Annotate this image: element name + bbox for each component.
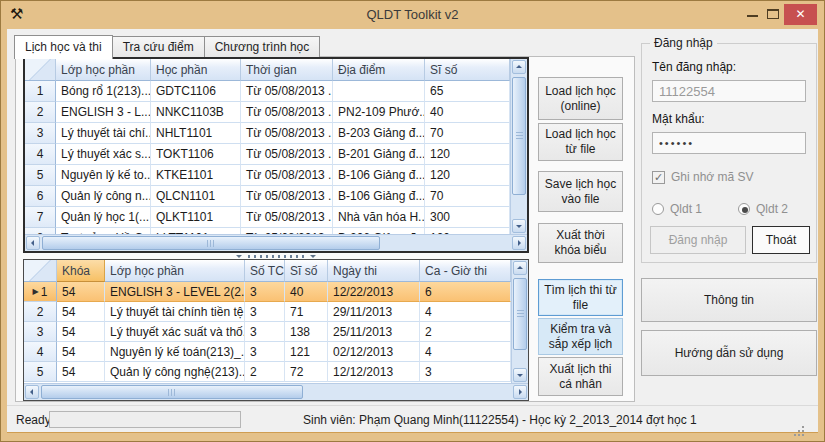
table-cell[interactable]: 65 (425, 81, 510, 102)
table-cell[interactable]: Bóng rổ 1(213)... (56, 81, 151, 102)
table-cell[interactable] (333, 81, 425, 102)
scroll-up-icon[interactable] (513, 261, 527, 275)
table-cell[interactable]: 4 (420, 342, 511, 362)
row-header[interactable]: 2 (24, 302, 57, 322)
table-cell[interactable]: 71 (285, 302, 328, 322)
table-row[interactable]: 254Lý thuyết tài chính tiền tệ...37129/1… (24, 302, 511, 322)
scrollbar-thumb[interactable] (42, 236, 380, 250)
table-cell[interactable]: PN2-109 Phướ... (333, 102, 425, 123)
row-header[interactable]: 6 (25, 186, 56, 207)
radio-qldt2[interactable]: Qldt 2 (738, 202, 788, 216)
help-button[interactable]: Hướng dẫn sử dụng (641, 330, 817, 376)
table-row[interactable]: 5Nguyên lý kế to...KTKE1101Từ 05/08/2013… (25, 165, 510, 186)
table-row[interactable]: 354Lý thuyết xác suất và thố...313825/11… (24, 322, 511, 342)
table-cell[interactable]: 120 (425, 165, 510, 186)
table-cell[interactable]: 121 (285, 342, 328, 362)
table-cell[interactable]: 70 (425, 123, 510, 144)
table-cell[interactable]: B-203 Giảng đ... (333, 123, 425, 144)
table-cell[interactable]: Nguyên lý kế to... (56, 165, 151, 186)
column-header[interactable]: Ngày thi (328, 260, 420, 282)
radio-qldt1[interactable]: Qldt 1 (652, 202, 702, 216)
table-cell[interactable]: 29/11/2013 (328, 302, 420, 322)
vertical-scrollbar[interactable] (511, 260, 528, 383)
table-row[interactable]: 2ENGLISH 3 - L...NNKC1103BTừ 05/08/2013 … (25, 102, 510, 123)
table-cell[interactable]: NNKC1103B (151, 102, 241, 123)
table-row[interactable]: 554Quản lý công nghệ(213)...27212/12/201… (24, 362, 511, 382)
scroll-right-icon[interactable] (512, 236, 526, 250)
scroll-down-icon[interactable] (513, 368, 527, 382)
tab-curriculum[interactable]: Chương trình học (204, 36, 321, 57)
table-cell[interactable]: ENGLISH 3 - LEVEL 2(2... (105, 282, 245, 302)
table-cell[interactable]: Lý thuyết tài chính tiền tệ... (105, 302, 245, 322)
table-cell[interactable]: 120 (425, 144, 510, 165)
table-cell[interactable]: 54 (57, 362, 105, 382)
row-header[interactable]: 3 (25, 123, 56, 144)
table-cell[interactable]: QLKT1101 (151, 207, 241, 228)
table-cell[interactable]: 138 (285, 322, 328, 342)
export-personal-exam-button[interactable]: Xuất lịch thi cá nhân (538, 357, 623, 396)
tab-schedule-exam[interactable]: Lịch học và thi (14, 35, 113, 59)
table-cell[interactable]: 3 (420, 362, 511, 382)
column-header[interactable]: Số TC (245, 260, 285, 282)
table-cell[interactable]: 6 (420, 282, 511, 302)
table-row[interactable]: 454Nguyên lý kế toán(213)_...312102/12/2… (24, 342, 511, 362)
table-cell[interactable]: Lý thuyết tài chí... (56, 123, 151, 144)
table-cell[interactable]: Từ 05/08/2013 ... (241, 186, 333, 207)
vertical-scrollbar[interactable] (510, 59, 527, 234)
table-cell[interactable]: 3 (245, 302, 285, 322)
info-button[interactable]: Thông tin (641, 278, 817, 322)
column-header[interactable]: Ca - Giờ thi (420, 260, 511, 282)
table-row[interactable]: 4Lý thuyết xác s...TOKT1106Từ 05/08/2013… (25, 144, 510, 165)
table-cell[interactable]: Từ 05/08/2013 ... (241, 144, 333, 165)
close-button[interactable]: ✕ (784, 4, 817, 25)
scroll-right-icon[interactable] (513, 385, 527, 399)
row-header[interactable]: 4 (25, 144, 56, 165)
remember-student-id-checkbox[interactable]: ✓ Ghi nhớ mã SV (652, 170, 754, 184)
resize-grip[interactable] (802, 426, 804, 428)
table-cell[interactable]: 25/11/2013 (328, 322, 420, 342)
table-cell[interactable]: Từ 05/08/2013 ... (241, 81, 333, 102)
table-cell[interactable]: 4 (420, 302, 511, 322)
column-header[interactable]: Địa điểm (333, 59, 425, 81)
table-row[interactable]: ▶154ENGLISH 3 - LEVEL 2(2...34012/22/201… (24, 282, 511, 302)
column-header[interactable]: Sĩ số (425, 59, 510, 81)
maximize-button[interactable] (767, 9, 779, 19)
exit-button[interactable]: Thoát (752, 226, 810, 254)
table-cell[interactable]: Lý thuyết xác suất và thố... (105, 322, 245, 342)
table-cell[interactable]: Nhà văn hóa H... (333, 207, 425, 228)
table-cell[interactable]: Từ 05/08/2013 ... (241, 165, 333, 186)
horizontal-scrollbar[interactable] (25, 234, 527, 251)
table-cell[interactable]: GDTC1106 (151, 81, 241, 102)
table-cell[interactable]: Quản lý công nghệ(213)... (105, 362, 245, 382)
table-cell[interactable]: 3 (245, 322, 285, 342)
scroll-down-icon[interactable] (512, 219, 526, 233)
username-field[interactable] (652, 80, 806, 102)
table-cell[interactable]: Quản lý công n... (56, 186, 151, 207)
row-header[interactable]: 5 (25, 165, 56, 186)
horizontal-scrollbar[interactable] (24, 383, 528, 400)
table-cell[interactable]: Lý thuyết xác s... (56, 144, 151, 165)
table-cell[interactable]: 54 (57, 322, 105, 342)
scrollbar-thumb[interactable] (513, 278, 527, 350)
table-cell[interactable]: 2 (245, 362, 285, 382)
table-cell[interactable]: Quản lý học 1(... (56, 207, 151, 228)
login-button[interactable]: Đăng nhập (650, 226, 746, 254)
table-cell[interactable]: NHLT1101 (151, 123, 241, 144)
table-row[interactable]: 6Quản lý công n...QLCN1101Từ 05/08/2013 … (25, 186, 510, 207)
load-schedule-online-button[interactable]: Load lịch học (online) (538, 77, 623, 120)
password-field[interactable] (652, 132, 806, 154)
column-header[interactable]: Khóa (57, 260, 105, 282)
find-exam-file-button[interactable]: Tìm lịch thi từ file (538, 279, 623, 316)
table-cell[interactable]: 54 (57, 342, 105, 362)
minimize-button[interactable] (747, 15, 758, 17)
table-cell[interactable]: 70 (425, 186, 510, 207)
save-schedule-file-button[interactable]: Save lịch học vào file (538, 171, 623, 212)
row-header[interactable]: 5 (24, 362, 57, 382)
scrollbar-thumb[interactable] (512, 77, 526, 195)
table-cell[interactable]: 12/22/2013 (328, 282, 420, 302)
column-header[interactable]: Học phần (151, 59, 241, 81)
table-row[interactable]: 1Bóng rổ 1(213)...GDTC1106Từ 05/08/2013 … (25, 81, 510, 102)
scroll-left-icon[interactable] (25, 385, 39, 399)
table-cell[interactable]: 40 (425, 102, 510, 123)
table-cell[interactable]: 3 (245, 282, 285, 302)
